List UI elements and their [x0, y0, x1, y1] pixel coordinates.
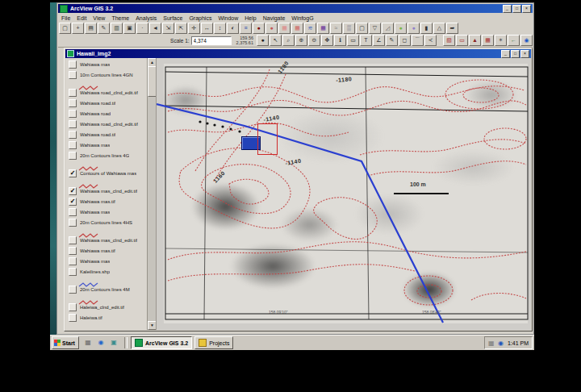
toolbar-button[interactable]: ●: [408, 23, 420, 34]
toolbar-button[interactable]: ⇱: [175, 23, 187, 34]
toolbar-button[interactable]: ●: [253, 23, 265, 34]
view-titlebar[interactable]: Hawaii_img2 _ □ ×: [65, 49, 531, 58]
app-titlebar[interactable]: ArcView GIS 3.2 _ □ ×: [58, 4, 533, 13]
toolbar-button[interactable]: ⌕: [282, 35, 295, 46]
tray-volume-icon[interactable]: ▦: [488, 340, 495, 347]
maximize-button[interactable]: □: [512, 5, 521, 13]
toolbar-button[interactable]: ⇲: [162, 23, 174, 34]
toolbar-button[interactable]: ▒: [343, 23, 355, 34]
theme-visibility-checkbox[interactable]: [69, 303, 77, 311]
theme-name[interactable]: Wahiawa mas: [80, 62, 110, 67]
menu-file[interactable]: File: [58, 15, 73, 21]
theme-visibility-checkbox[interactable]: [69, 208, 77, 216]
theme-name[interactable]: 20m Contours lines 4M: [80, 287, 130, 292]
theme-visibility-checkbox[interactable]: [69, 286, 77, 294]
theme-name[interactable]: Wahiawa mas: [80, 259, 110, 264]
theme-visibility-checkbox[interactable]: [69, 314, 77, 322]
theme-name[interactable]: Wahiawa road.tif: [80, 101, 115, 106]
task-button-projects[interactable]: Projects: [194, 336, 233, 349]
toolbar-button[interactable]: ▦: [482, 35, 494, 46]
toolbar-button[interactable]: ✛: [188, 23, 200, 34]
theme-visibility-checkbox[interactable]: [69, 110, 77, 118]
toolbar-button[interactable]: ✎: [98, 23, 110, 34]
toolbar-button[interactable]: ●: [395, 23, 407, 34]
theme-name[interactable]: Wahiawa road_clnd_edit.tif: [80, 90, 138, 95]
theme-visibility-checkbox[interactable]: [69, 268, 77, 276]
toolbar-button[interactable]: ▢: [356, 23, 368, 34]
toc-scrollbar[interactable]: ▲ ▼: [147, 58, 156, 330]
theme-name[interactable]: Wahiawa mas: [80, 210, 110, 215]
outlook-icon[interactable]: ▣: [108, 337, 119, 348]
tray-display-icon[interactable]: ◉: [498, 340, 505, 347]
theme-name[interactable]: Wahiawa mas_clnd_edit.tif: [80, 189, 137, 194]
theme-visibility-checkbox[interactable]: ✓: [69, 198, 77, 206]
toolbar-button[interactable]: ∠: [373, 35, 385, 46]
menu-view[interactable]: View: [90, 15, 108, 21]
theme-name[interactable]: Haleiwa_clnd_edit.tif: [80, 305, 124, 310]
toolbar-button[interactable]: ▧: [443, 35, 455, 46]
menu-winfogg[interactable]: WinfogG: [288, 15, 316, 21]
internet-explorer-icon[interactable]: ◉: [95, 337, 107, 348]
toolbar-button[interactable]: ▭: [347, 35, 359, 46]
menu-navigate[interactable]: Navigate: [260, 15, 289, 21]
toolbar-button[interactable]: ▮: [420, 23, 433, 34]
theme-visibility-checkbox[interactable]: [69, 120, 77, 128]
toolbar-button[interactable]: T: [360, 35, 372, 46]
theme-name[interactable]: Wahiawa road_clnd_edit.tif: [80, 122, 138, 127]
theme-name[interactable]: Wahiawa mas.tif: [80, 248, 115, 253]
theme-name[interactable]: Wahiawa mas_clnd_edit.tif: [80, 238, 137, 243]
scale-input[interactable]: [191, 36, 232, 45]
toolbar-button[interactable]: ≈: [330, 23, 342, 34]
theme-name[interactable]: Kaleilines.shp: [80, 269, 110, 274]
menu-edit[interactable]: Edit: [73, 15, 90, 21]
toolbar-button[interactable]: ⊕: [295, 35, 307, 46]
toolbar-button[interactable]: ▭: [456, 35, 468, 46]
task-button-arcview[interactable]: ArcView GIS 3.2: [131, 336, 192, 349]
theme-name[interactable]: Haleiwa.tif: [80, 315, 102, 320]
theme-visibility-checkbox[interactable]: ✓: [69, 187, 77, 195]
theme-visibility-checkbox[interactable]: [69, 60, 77, 69]
toolbar-button[interactable]: ▽: [369, 23, 381, 34]
theme-visibility-checkbox[interactable]: [69, 152, 77, 160]
theme-name[interactable]: 20m Contours lines 4G: [80, 153, 129, 158]
toolbar-button[interactable]: ⊖: [308, 35, 320, 46]
toolbar-button[interactable]: ≡: [240, 23, 252, 34]
theme-name[interactable]: Wahiawa road.tif: [80, 132, 115, 137]
toolbar-button[interactable]: ▦: [278, 23, 290, 34]
toolbar-button[interactable]: ▦: [317, 23, 329, 34]
toolbar-button[interactable]: ✶: [495, 35, 507, 46]
toolbar-button[interactable]: ✎: [386, 35, 398, 46]
theme-visibility-checkbox[interactable]: [69, 131, 77, 139]
scroll-down-arrow[interactable]: ▼: [148, 321, 157, 330]
toolbar-button[interactable]: ●: [265, 23, 278, 34]
toolbar-button[interactable]: ▤: [85, 23, 97, 34]
menu-window[interactable]: Window: [215, 15, 241, 21]
toolbar-button[interactable]: ▣: [123, 23, 136, 34]
toolbar-button[interactable]: △: [433, 23, 445, 34]
theme-visibility-checkbox[interactable]: [69, 257, 77, 265]
menu-help[interactable]: Help: [241, 15, 259, 21]
toolbar-button[interactable]: ↕: [214, 23, 226, 34]
start-button[interactable]: Start: [52, 336, 79, 349]
theme-visibility-checkbox[interactable]: ✓: [69, 169, 77, 177]
toolbar-button[interactable]: ◄: [149, 23, 161, 34]
toolbar-button[interactable]: ←: [508, 35, 520, 46]
map-panel[interactable]: 1180-1180-1140-11401160158 09'10"158 08'…: [157, 58, 531, 330]
close-button[interactable]: ×: [522, 5, 531, 13]
theme-visibility-checkbox[interactable]: [69, 247, 77, 255]
scroll-thumb[interactable]: [148, 66, 157, 97]
toolbar-button[interactable]: ↖: [270, 35, 282, 46]
toolbar-button[interactable]: ≺: [424, 35, 437, 46]
toolbar-button[interactable]: ●: [257, 35, 269, 46]
theme-name[interactable]: Wahiawa road: [80, 111, 111, 116]
show-desktop-icon[interactable]: ▦: [82, 337, 94, 348]
toolbar-button[interactable]: +: [72, 23, 84, 34]
view-maximize-button[interactable]: □: [511, 50, 520, 58]
toolbar-button[interactable]: ◉: [520, 35, 533, 46]
minimize-button[interactable]: _: [503, 5, 512, 13]
toolbar-button[interactable]: ℹ: [334, 35, 346, 46]
toolbar-button[interactable]: ▢: [59, 23, 71, 34]
toolbar-button[interactable]: ➦: [446, 23, 458, 34]
view-close-button[interactable]: ×: [520, 50, 529, 58]
menu-analysis[interactable]: Analysis: [132, 15, 160, 21]
